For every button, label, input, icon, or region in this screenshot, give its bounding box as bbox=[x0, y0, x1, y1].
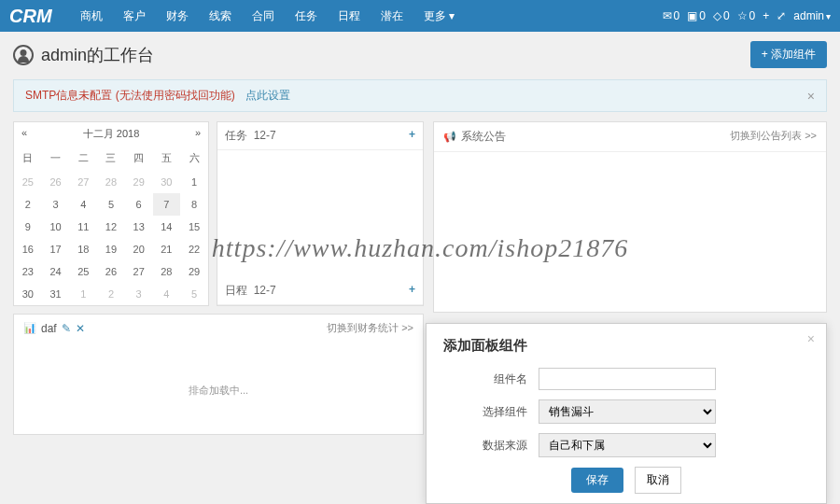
calendar-day[interactable]: 1 bbox=[69, 283, 97, 305]
calendar-day[interactable]: 24 bbox=[42, 260, 70, 283]
loading-text: 排命加载中... bbox=[14, 342, 423, 398]
calendar-day[interactable]: 16 bbox=[14, 238, 42, 260]
user-avatar-icon bbox=[13, 45, 34, 65]
modal-close-icon[interactable]: × bbox=[807, 331, 815, 346]
calendar-day[interactable]: 4 bbox=[153, 283, 181, 305]
chat-icon[interactable]: ▣ 0 bbox=[687, 9, 706, 22]
nav-item-2[interactable]: 财务 bbox=[157, 3, 198, 30]
calendar-day[interactable]: 5 bbox=[97, 193, 125, 216]
top-navbar: CRM 商机客户财务线索合同任务日程潜在更多 ▾ ✉ 0 ▣ 0 ◇ 0 ☆ 0… bbox=[0, 0, 840, 32]
main-nav: 商机客户财务线索合同任务日程潜在更多 ▾ bbox=[71, 3, 663, 30]
switch-finance-link[interactable]: 切换到财务统计 >> bbox=[327, 321, 413, 335]
close-icon[interactable]: × bbox=[807, 89, 815, 104]
nav-item-6[interactable]: 日程 bbox=[329, 3, 370, 30]
calendar-day[interactable]: 28 bbox=[97, 171, 125, 193]
calendar-day[interactable]: 1 bbox=[180, 171, 208, 193]
calendar-day[interactable]: 26 bbox=[97, 260, 125, 283]
add-widget-button[interactable]: + 添加组件 bbox=[750, 41, 827, 68]
expand-icon[interactable]: ⤢ bbox=[777, 9, 786, 22]
calendar-day[interactable]: 3 bbox=[42, 193, 70, 216]
calendar-day[interactable]: 29 bbox=[180, 260, 208, 283]
select-widget-dropdown[interactable]: 销售漏斗 bbox=[539, 399, 716, 424]
nav-item-1[interactable]: 客户 bbox=[114, 3, 155, 30]
calendar-day[interactable]: 29 bbox=[125, 171, 153, 193]
calendar-day[interactable]: 30 bbox=[153, 171, 181, 193]
nav-item-0[interactable]: 商机 bbox=[71, 3, 112, 30]
user-menu[interactable]: admin ▾ bbox=[793, 9, 831, 22]
calendar-day[interactable]: 8 bbox=[180, 193, 208, 216]
calendar-day[interactable]: 28 bbox=[153, 260, 181, 283]
calendar-day[interactable]: 22 bbox=[180, 238, 208, 260]
calendar-day[interactable]: 13 bbox=[125, 216, 153, 238]
calendar-day[interactable]: 10 bbox=[42, 216, 70, 238]
calendar-day[interactable]: 23 bbox=[14, 260, 42, 283]
announcement-panel: 📢 系统公告 切换到公告列表 >> bbox=[433, 121, 827, 313]
calendar-day[interactable]: 14 bbox=[153, 216, 181, 238]
calendar-day[interactable]: 18 bbox=[69, 238, 97, 260]
modal-title: 添加面板组件 bbox=[443, 337, 809, 355]
alert-config-link[interactable]: 点此设置 bbox=[245, 89, 290, 102]
calendar-day[interactable]: 7 bbox=[153, 193, 181, 216]
alert-text: SMTP信息未配置 (无法使用密码找回功能) bbox=[25, 89, 235, 102]
calendar-day[interactable]: 30 bbox=[14, 283, 42, 305]
cal-next-icon[interactable]: » bbox=[195, 127, 201, 141]
calendar-day[interactable]: 19 bbox=[97, 238, 125, 260]
data-source-label: 数据来源 bbox=[443, 438, 527, 454]
widget-name-label: 组件名 bbox=[443, 371, 527, 387]
star-icon[interactable]: ☆ 0 bbox=[737, 9, 756, 22]
calendar-day[interactable]: 4 bbox=[69, 193, 97, 216]
nav-item-3[interactable]: 线索 bbox=[200, 3, 241, 30]
cancel-button[interactable]: 取消 bbox=[635, 467, 681, 494]
add-schedule-icon[interactable]: + bbox=[409, 283, 415, 299]
chart-icon: 📊 bbox=[23, 322, 36, 334]
calendar-day[interactable]: 11 bbox=[69, 216, 97, 238]
calendar-day[interactable]: 25 bbox=[69, 260, 97, 283]
calendar-day[interactable]: 9 bbox=[14, 216, 42, 238]
calendar-day[interactable]: 15 bbox=[180, 216, 208, 238]
nav-item-7[interactable]: 潜在 bbox=[371, 3, 413, 30]
calendar-day[interactable]: 27 bbox=[125, 260, 153, 283]
page-title: admin的工作台 bbox=[13, 44, 154, 66]
calendar-day[interactable]: 27 bbox=[69, 171, 97, 193]
delete-icon[interactable]: ✕ bbox=[76, 322, 85, 335]
brand-logo: CRM bbox=[9, 6, 52, 27]
calendar-day[interactable]: 2 bbox=[97, 283, 125, 305]
diamond-icon[interactable]: ◇ 0 bbox=[713, 9, 730, 22]
calendar-day[interactable]: 25 bbox=[14, 171, 42, 193]
nav-item-5[interactable]: 任务 bbox=[286, 3, 327, 30]
task-panel: 任务 12-7 + 日程 12-7 + bbox=[217, 121, 424, 306]
speaker-icon: 📢 bbox=[443, 131, 456, 143]
data-source-dropdown[interactable]: 自己和下属 bbox=[539, 433, 716, 457]
calendar-table: 日一二三四五六 25262728293012345678910111213141… bbox=[14, 146, 208, 305]
select-widget-label: 选择组件 bbox=[443, 404, 527, 420]
pencil-icon[interactable]: ✎ bbox=[62, 322, 71, 335]
calendar-day[interactable]: 3 bbox=[125, 283, 153, 305]
smtp-alert: SMTP信息未配置 (无法使用密码找回功能) 点此设置 × bbox=[13, 79, 827, 112]
calendar-title: 十二月 2018 bbox=[83, 127, 140, 141]
widget-name-input[interactable] bbox=[539, 368, 716, 390]
calendar-day[interactable]: 6 bbox=[125, 193, 153, 216]
calendar-day[interactable]: 21 bbox=[153, 238, 181, 260]
topbar-right: ✉ 0 ▣ 0 ◇ 0 ☆ 0 + ⤢ admin ▾ bbox=[663, 9, 831, 22]
calendar-day[interactable]: 12 bbox=[97, 216, 125, 238]
switch-announce-link[interactable]: 切换到公告列表 >> bbox=[730, 129, 817, 145]
save-button[interactable]: 保存 bbox=[571, 468, 623, 493]
nav-item-4[interactable]: 合同 bbox=[243, 3, 284, 30]
calendar-day[interactable]: 31 bbox=[42, 283, 70, 305]
plus-icon[interactable]: + bbox=[763, 9, 769, 22]
add-widget-modal: × 添加面板组件 组件名 选择组件 销售漏斗 数据来源 自己和下属 保存 取消 bbox=[426, 323, 827, 504]
calendar-day[interactable]: 17 bbox=[42, 238, 70, 260]
cal-prev-icon[interactable]: « bbox=[21, 127, 27, 141]
calendar-panel: « 十二月 2018 » 日一二三四五六 2526272829301234567… bbox=[13, 121, 209, 306]
daf-panel: 📊 daf ✎ ✕ 切换到财务统计 >> 排命加载中... bbox=[13, 314, 424, 435]
add-task-icon[interactable]: + bbox=[409, 128, 415, 144]
nav-item-8[interactable]: 更多 ▾ bbox=[414, 3, 464, 30]
mail-icon[interactable]: ✉ 0 bbox=[663, 9, 680, 22]
calendar-day[interactable]: 20 bbox=[125, 238, 153, 260]
calendar-day[interactable]: 5 bbox=[180, 283, 208, 305]
calendar-day[interactable]: 2 bbox=[14, 193, 42, 216]
calendar-day[interactable]: 26 bbox=[42, 171, 70, 193]
